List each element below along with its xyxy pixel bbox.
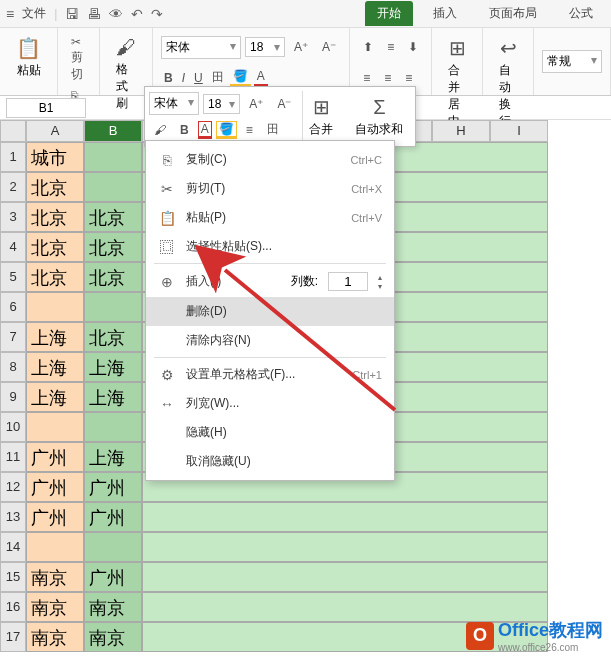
cell[interactable] [84, 142, 142, 172]
cell[interactable]: 广州 [84, 472, 142, 502]
cell[interactable] [84, 412, 142, 442]
row-header[interactable]: 11 [0, 442, 26, 472]
cell[interactable]: 北京 [84, 232, 142, 262]
row-header[interactable]: 1 [0, 142, 26, 172]
cell[interactable]: 北京 [26, 232, 84, 262]
ctx-paste[interactable]: 📋 粘贴(P) Ctrl+V [146, 203, 394, 232]
mini-increase-font-icon[interactable]: A⁺ [244, 94, 268, 114]
tab-layout[interactable]: 页面布局 [477, 1, 549, 26]
row-header[interactable]: 3 [0, 202, 26, 232]
tab-insert[interactable]: 插入 [421, 1, 469, 26]
font-size-select[interactable]: 18 [245, 37, 285, 57]
cell[interactable]: 广州 [26, 502, 84, 532]
cell[interactable]: 南京 [26, 562, 84, 592]
col-header-A[interactable]: A [26, 120, 84, 142]
row-header[interactable]: 12 [0, 472, 26, 502]
cell[interactable]: 北京 [84, 202, 142, 232]
col-header-I[interactable]: I [490, 120, 548, 142]
ctx-clear[interactable]: 清除内容(N) [146, 326, 394, 355]
row-header[interactable]: 6 [0, 292, 26, 322]
cell[interactable] [142, 532, 548, 562]
cell[interactable]: 上海 [84, 382, 142, 412]
cell[interactable]: 广州 [84, 562, 142, 592]
col-header-H[interactable]: H [432, 120, 490, 142]
merge-center-button[interactable]: ⊞ 合并居中 [440, 32, 474, 134]
mini-font-size[interactable]: 18 [203, 94, 240, 114]
mini-format-painter-icon[interactable]: 🖌 [149, 120, 171, 140]
preview-icon[interactable]: 👁 [109, 6, 123, 22]
font-color-button[interactable]: A [254, 68, 268, 87]
cell[interactable]: 城市 [26, 142, 84, 172]
cell[interactable]: 上海 [26, 352, 84, 382]
cell[interactable] [142, 502, 548, 532]
cell[interactable]: 上海 [26, 382, 84, 412]
align-right-icon[interactable]: ≡ [400, 68, 417, 88]
name-box[interactable]: B1 [6, 98, 86, 118]
cell[interactable]: 广州 [26, 472, 84, 502]
cell[interactable] [84, 172, 142, 202]
row-header[interactable]: 2 [0, 172, 26, 202]
row-header[interactable]: 9 [0, 382, 26, 412]
align-top-icon[interactable]: ⬆ [358, 37, 378, 57]
underline-button[interactable]: U [191, 70, 206, 86]
decrease-font-icon[interactable]: A⁻ [317, 37, 341, 57]
align-middle-icon[interactable]: ≡ [382, 37, 399, 57]
ctx-cut[interactable]: ✂ 剪切(T) Ctrl+X [146, 174, 394, 203]
mini-autosum-button[interactable]: Σ 自动求和 [347, 92, 411, 142]
row-header[interactable]: 8 [0, 352, 26, 382]
paste-button[interactable]: 📋 粘贴 [8, 32, 49, 83]
cell[interactable]: 北京 [84, 322, 142, 352]
increase-font-icon[interactable]: A⁺ [289, 37, 313, 57]
cell[interactable]: 上海 [26, 322, 84, 352]
mini-bold-button[interactable]: B [175, 120, 194, 140]
print-icon[interactable]: 🖶 [87, 6, 101, 22]
cell[interactable] [26, 292, 84, 322]
mini-align-button[interactable]: ≡ [241, 120, 258, 140]
col-header-B[interactable]: B [84, 120, 142, 142]
cell[interactable]: 南京 [84, 622, 142, 652]
cell[interactable]: 广州 [84, 502, 142, 532]
mini-merge-button[interactable]: ⊞ 合并 [302, 91, 341, 142]
cell[interactable]: 北京 [84, 262, 142, 292]
align-bottom-icon[interactable]: ⬇ [403, 37, 423, 57]
cell[interactable] [26, 412, 84, 442]
file-menu[interactable]: 文件 [22, 5, 46, 22]
row-header[interactable]: 5 [0, 262, 26, 292]
cell[interactable]: 广州 [26, 442, 84, 472]
ctx-col-width[interactable]: ↔ 列宽(W)... [146, 389, 394, 418]
cut-button[interactable]: ✂ 剪切 [66, 32, 91, 86]
ctx-format-cells[interactable]: ⚙ 设置单元格格式(F)... Ctrl+1 [146, 360, 394, 389]
ctx-delete[interactable]: 删除(D) [146, 297, 394, 326]
bold-button[interactable]: B [161, 70, 176, 86]
cell[interactable] [84, 532, 142, 562]
cell[interactable]: 北京 [26, 202, 84, 232]
cell[interactable]: 上海 [84, 352, 142, 382]
row-header[interactable]: 13 [0, 502, 26, 532]
row-header[interactable]: 10 [0, 412, 26, 442]
cell[interactable] [84, 292, 142, 322]
save-icon[interactable]: 🖫 [65, 6, 79, 22]
format-painter-button[interactable]: 🖌 格式刷 [108, 32, 144, 116]
tab-start[interactable]: 开始 [365, 1, 413, 26]
ctx-unhide[interactable]: 取消隐藏(U) [146, 447, 394, 476]
ctx-copy[interactable]: ⎘ 复制(C) Ctrl+C [146, 145, 394, 174]
app-menu-icon[interactable]: ≡ [6, 6, 14, 22]
row-header[interactable]: 7 [0, 322, 26, 352]
fill-color-button[interactable]: 🪣 [230, 68, 251, 87]
align-left-icon[interactable]: ≡ [358, 68, 375, 88]
select-all-corner[interactable] [0, 120, 26, 142]
mini-fill-color-button[interactable]: 🪣 [216, 121, 237, 139]
row-header[interactable]: 4 [0, 232, 26, 262]
cell[interactable]: 南京 [26, 592, 84, 622]
cell[interactable] [142, 562, 548, 592]
row-header[interactable]: 15 [0, 562, 26, 592]
italic-button[interactable]: I [179, 70, 188, 86]
cell[interactable] [26, 532, 84, 562]
number-format-select[interactable]: 常规 [542, 50, 602, 73]
ctx-insert[interactable]: ⊕ 插入(I) 列数: ▴▾ [146, 266, 394, 297]
mini-border-button[interactable]: 田 [262, 118, 284, 141]
border-button[interactable]: 田 [209, 68, 227, 87]
row-header[interactable]: 14 [0, 532, 26, 562]
cell[interactable]: 南京 [84, 592, 142, 622]
mini-font-color-button[interactable]: A [198, 121, 212, 139]
